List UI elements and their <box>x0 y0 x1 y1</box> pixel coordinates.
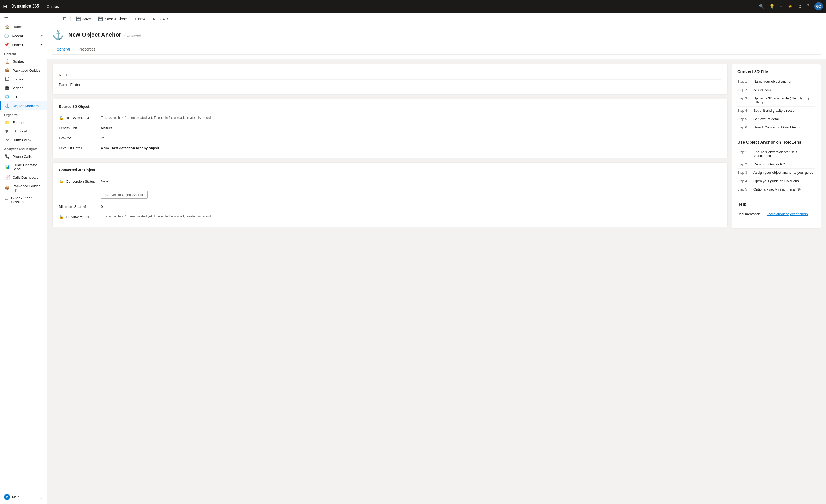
step-label: Step 3 <box>737 96 750 104</box>
gravity-value[interactable]: -Y <box>101 136 721 140</box>
avatar[interactable]: GD <box>815 2 823 10</box>
page-header-area: ⚓ New Object Anchor - Unsaved General Pr… <box>47 25 826 59</box>
grid-icon[interactable]: ⊞ <box>3 3 7 9</box>
command-bar: ← □ 💾 Save 💾 Save & Close + New ▶ Flow ▾ <box>47 12 826 25</box>
record-status: - Unsaved <box>124 33 141 38</box>
sidebar-item-guides-view[interactable]: 👁 Guides View <box>0 136 47 144</box>
level-of-detail-value[interactable]: 4 cm - fast detection for any object <box>101 145 721 150</box>
guide-author-icon: ✏ <box>5 198 8 202</box>
sidebar-item-guides-label: Guides <box>12 60 24 64</box>
flow-label: Flow <box>157 17 165 21</box>
app-name: Guides <box>46 4 59 9</box>
sidebar: ☰ 🏠 Home 🕐 Recent ▾ 📌 Pinned ▾ Content 📋… <box>0 12 47 504</box>
tab-properties[interactable]: Properties <box>74 45 100 54</box>
form-row-preview-model: 🔒 Preview Model This record hasn't been … <box>59 211 721 222</box>
step-row: Step 2Select 'Save' <box>737 86 815 94</box>
convert-btn-label <box>59 189 101 189</box>
length-unit-value[interactable]: Meters <box>101 126 721 130</box>
3d-toolkit-icon: 🛠 <box>5 129 9 133</box>
record-anchor-icon: ⚓ <box>52 29 64 40</box>
tab-general[interactable]: General <box>52 45 74 54</box>
sidebar-item-pinned-label: Pinned <box>12 43 23 47</box>
required-indicator: * <box>69 73 71 77</box>
save-close-label: Save & Close <box>105 17 127 21</box>
bulb-icon[interactable]: 💡 <box>769 4 775 9</box>
parent-folder-value[interactable]: --- <box>101 82 721 86</box>
sidebar-item-packaged-guides-op-label: Packaged Guides Op... <box>12 184 43 192</box>
source-3d-section: Source 3D Object 🔒 3D Source File This r… <box>53 99 727 158</box>
preview-model-value: This record hasn't been created yet. To … <box>101 214 721 218</box>
minimum-scan-value[interactable]: 0 <box>101 204 721 208</box>
form-row-3d-source-file: 🔒 3D Source File This record hasn't been… <box>59 113 721 123</box>
pinned-icon: 📌 <box>4 43 9 47</box>
step-label: Step 1 <box>737 79 750 83</box>
sidebar-toggle[interactable]: ☰ <box>0 12 47 22</box>
step-desc: Select 'Save' <box>754 88 815 92</box>
step-label: Step 4 <box>737 109 750 113</box>
step-row: Step 3Upload a 3D source file (.fbx .ply… <box>737 94 815 107</box>
guide-operator-icon: 📊 <box>5 165 10 169</box>
sidebar-item-images-label: Images <box>11 77 23 81</box>
new-button[interactable]: + New <box>131 15 149 22</box>
form-row-level-of-detail: Level Of Detail 4 cm - fast detection fo… <box>59 143 721 152</box>
filter-icon[interactable]: ⚡ <box>787 4 793 9</box>
flow-button[interactable]: ▶ Flow ▾ <box>150 15 172 23</box>
sidebar-item-guide-operator[interactable]: 📊 Guide Operator Sessi... <box>0 161 47 173</box>
step-row: Step 1Name your object anchor <box>737 77 815 86</box>
flow-dropdown-arrow: ▾ <box>167 17 168 20</box>
help-doc-label: Documentation <box>737 212 763 216</box>
convert-to-object-anchor-button[interactable]: Convert to Object Anchor <box>101 191 148 199</box>
sidebar-item-calls-dashboard[interactable]: 📈 Calls Dashboard <box>0 173 47 182</box>
sidebar-item-guide-author-label: Guide Author Sessions <box>11 196 43 204</box>
source-3d-card: Source 3D Object 🔒 3D Source File This r… <box>52 99 727 158</box>
app-title: Dynamics 365 <box>11 4 39 9</box>
step-desc: Assign your object anchor to your guide <box>754 171 815 175</box>
search-icon[interactable]: 🔍 <box>759 4 764 9</box>
save-close-button[interactable]: 💾 Save & Close <box>95 15 130 23</box>
sidebar-item-images[interactable]: 🖼 Images <box>0 75 47 83</box>
record-title: New Object Anchor <box>68 32 121 38</box>
sidebar-footer-main[interactable]: M Main ◇ <box>0 492 47 502</box>
forward-button[interactable]: □ <box>61 14 68 23</box>
sidebar-item-home[interactable]: 🏠 Home <box>0 22 47 32</box>
home-icon: 🏠 <box>5 24 10 29</box>
3d-source-file-label: 🔒 3D Source File <box>59 115 101 120</box>
learn-object-anchors-link[interactable]: Learn about object anchors <box>767 212 808 216</box>
sidebar-item-videos[interactable]: 🎬 Videos <box>0 83 47 92</box>
converted-3d-title: Converted 3D Object <box>59 168 721 172</box>
convert-3d-section: Convert 3D File Step 1Name your object a… <box>737 70 815 131</box>
sidebar-item-object-anchors-label: Object Anchors <box>12 104 39 108</box>
form-row-conversion-status: 🔒 Conversion Status New <box>59 176 721 186</box>
help-icon[interactable]: ? <box>807 4 809 9</box>
cmd-divider-1 <box>70 16 71 21</box>
name-value[interactable]: --- <box>101 72 721 77</box>
name-label: Name * <box>59 72 101 77</box>
sidebar-item-object-anchors[interactable]: ⚓ Object Anchors <box>0 101 47 110</box>
lock-icon-preview: 🔒 <box>59 214 63 219</box>
sidebar-item-guide-author[interactable]: ✏ Guide Author Sessions <box>0 194 47 206</box>
sidebar-item-3d-toolkit[interactable]: 🛠 3D Toolkit <box>0 127 47 136</box>
sidebar-item-recent-label: Recent <box>12 34 23 38</box>
sidebar-footer: M Main ◇ <box>0 490 47 504</box>
plus-icon[interactable]: + <box>780 4 782 9</box>
step-desc: Set level of detail <box>754 117 815 121</box>
settings-icon[interactable]: ⚙ <box>798 4 802 9</box>
sidebar-item-folders[interactable]: 📁 Folders <box>0 118 47 127</box>
step-label: Step 2 <box>737 162 750 166</box>
sidebar-item-phone-calls[interactable]: 📞 Phone Calls <box>0 152 47 161</box>
flow-icon: ▶ <box>153 16 156 21</box>
sidebar-item-recent[interactable]: 🕐 Recent ▾ <box>0 32 47 40</box>
sidebar-item-pinned[interactable]: 📌 Pinned ▾ <box>0 40 47 49</box>
step-row: Step 2Return to Guides PC <box>737 160 815 169</box>
form-main: Name * --- Parent Folder --- <box>52 64 727 499</box>
hololens-title: Use Object Anchor on HoloLens <box>737 140 815 145</box>
step-label: Step 5 <box>737 117 750 121</box>
back-button[interactable]: ← <box>51 14 60 23</box>
form-row-convert-btn: Convert to Object Anchor <box>59 186 721 201</box>
images-icon: 🖼 <box>5 77 9 81</box>
sidebar-item-guides[interactable]: 📋 Guides <box>0 57 47 66</box>
sidebar-item-3d[interactable]: 🧊 3D <box>0 92 47 101</box>
sidebar-item-packaged-guides[interactable]: 📦 Packaged Guides <box>0 66 47 75</box>
sidebar-item-packaged-guides-op[interactable]: 📦 Packaged Guides Op... <box>0 182 47 194</box>
save-button[interactable]: 💾 Save <box>73 15 94 23</box>
